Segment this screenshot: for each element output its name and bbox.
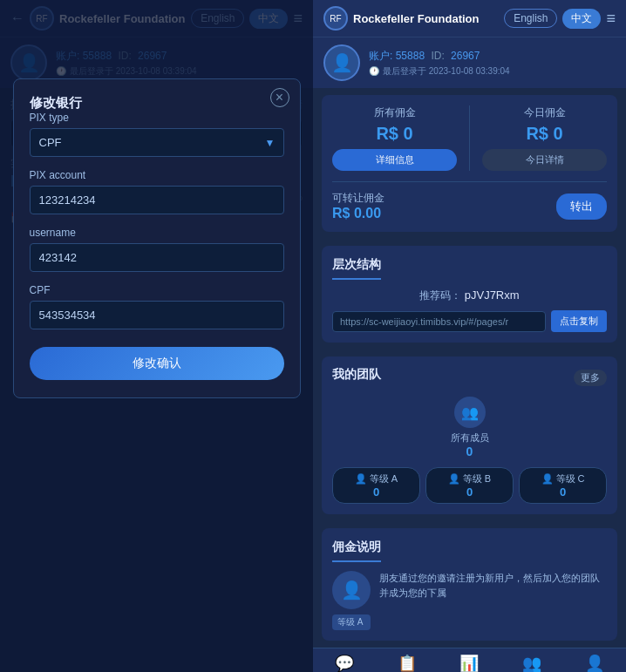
right-id-number: 26967 xyxy=(451,50,480,62)
transferable-label: 可转让佣金 xyxy=(332,191,384,206)
level-b-tab[interactable]: 👤 等级 B 0 xyxy=(425,467,514,504)
all-members-icon: 👥 xyxy=(454,397,486,428)
commission-desc-row: 👤 等级 A 朋友通过您的邀请注册为新用户，然后加入您的团队并成为您的下属 xyxy=(332,571,607,630)
referral-link-display: https://sc-weijiaoyi.timibbs.vip/#/pages… xyxy=(332,311,546,332)
team-title: 我的团队 xyxy=(332,367,381,388)
right-logo-text: RF xyxy=(330,14,341,24)
right-header-right: English 中文 ≡ xyxy=(504,9,616,29)
right-account-label: 账户: xyxy=(369,50,392,62)
records-icon: 📋 xyxy=(398,654,417,672)
username-label: username xyxy=(30,227,284,239)
level-c-label: 👤 等级 C xyxy=(523,472,602,485)
commission-divider xyxy=(469,105,470,171)
team-header: 我的团队 更多 xyxy=(332,367,607,388)
cpf-field: CPF xyxy=(30,284,284,329)
level-b-label: 👤 等级 B xyxy=(430,472,509,485)
transfer-out-btn[interactable]: 转出 xyxy=(556,193,607,220)
nav-item-trade[interactable]: 💬 交易 xyxy=(313,654,376,672)
all-commission-title: 所有佣金 xyxy=(332,105,457,120)
team-nav-icon: 👥 xyxy=(522,654,541,672)
nav-item-team[interactable]: 👥 我的团队 xyxy=(500,654,563,672)
right-avatar: 👤 xyxy=(323,44,360,81)
level-c-icon: 👤 xyxy=(541,473,554,485)
level-a-tab[interactable]: 👤 等级 A 0 xyxy=(332,467,420,504)
today-commission-title: 今日佣金 xyxy=(482,105,607,120)
referral-link-row: https://sc-weijiaoyi.timibbs.vip/#/pages… xyxy=(332,310,607,332)
right-clock-icon: 🕐 xyxy=(369,66,379,76)
right-user-details: 账户: 55888 ID: 26967 🕐 最后登录于 2023-10-08 0… xyxy=(369,49,510,78)
transferable-info: 可转让佣金 R$ 0.00 xyxy=(332,191,384,221)
level-tabs: 👤 等级 A 0 👤 等级 B 0 👤 等级 C 0 xyxy=(332,467,607,504)
transferable-value: R$ 0.00 xyxy=(332,206,384,221)
right-header-left: RF Rockefeller Foundation xyxy=(323,6,479,31)
today-commission-box: 今日佣金 R$ 0 今日详情 xyxy=(482,105,607,171)
nav-item-mine[interactable]: 👤 我的 xyxy=(563,654,626,672)
level-b-icon: 👤 xyxy=(448,473,460,485)
commission-desc-text: 朋友通过您的邀请注册为新用户，然后加入您的团队并成为您的下属 xyxy=(379,571,607,600)
nav-item-records[interactable]: 📋 记录 xyxy=(376,654,439,672)
pix-account-field: PIX account xyxy=(30,169,284,214)
right-menu-icon[interactable]: ≡ xyxy=(606,10,616,28)
modal-overlay: 修改银行 × PIX type CPF CNPJ EMAIL PHONE ▼ P… xyxy=(0,0,313,672)
right-brand-name: Rockefeller Foundation xyxy=(353,12,479,25)
modal-close-button[interactable]: × xyxy=(270,88,289,107)
all-members-label: 所有成员 xyxy=(332,431,607,445)
pix-type-select-wrapper: CPF CNPJ EMAIL PHONE ▼ xyxy=(30,128,284,157)
referral-row: 推荐码： pJVJ7Rxm xyxy=(332,288,607,303)
username-input[interactable] xyxy=(30,243,284,272)
pix-type-field: PIX type CPF CNPJ EMAIL PHONE ▼ xyxy=(30,112,284,157)
pix-type-label: PIX type xyxy=(30,112,284,124)
all-commission-box: 所有佣金 R$ 0 详细信息 xyxy=(332,105,457,171)
right-panel: RF Rockefeller Foundation English 中文 ≡ 👤… xyxy=(313,0,626,672)
cpf-label: CPF xyxy=(30,284,284,296)
desc-icon-wrapper: 👤 等级 A xyxy=(332,571,371,630)
right-header: RF Rockefeller Foundation English 中文 ≡ xyxy=(313,0,626,37)
mine-icon: 👤 xyxy=(585,654,604,672)
all-commission-value: R$ 0 xyxy=(332,124,457,144)
level-a-icon: 👤 xyxy=(355,473,367,485)
right-user-info: 👤 账户: 55888 ID: 26967 🕐 最后登录于 2023-10-08… xyxy=(313,37,626,88)
today-commission-btn[interactable]: 今日详情 xyxy=(482,149,607,171)
all-members-section: 👥 所有成员 0 xyxy=(332,397,607,458)
right-last-login: 最后登录于 2023-10-08 03:39:04 xyxy=(383,65,510,78)
referral-code: pJVJ7Rxm xyxy=(465,288,520,302)
level-b-count: 0 xyxy=(430,485,509,499)
all-members-count: 0 xyxy=(332,445,607,458)
right-id-label: ID: xyxy=(431,50,444,62)
confirm-button[interactable]: 修改确认 xyxy=(30,347,284,380)
referral-label: 推荐码： xyxy=(419,289,461,302)
transferable-row: 可转让佣金 R$ 0.00 转出 xyxy=(332,181,607,221)
commission-row: 所有佣金 R$ 0 详细信息 今日佣金 R$ 0 今日详情 xyxy=(332,105,607,171)
right-account-number: 55888 xyxy=(396,50,425,62)
trade-icon: 💬 xyxy=(335,654,354,672)
right-user-account: 账户: 55888 ID: 26967 xyxy=(369,49,510,64)
right-logo: RF xyxy=(323,6,348,31)
hierarchy-card: 层次结构 推荐码： pJVJ7Rxm https://sc-weijiaoyi.… xyxy=(322,246,617,343)
profit-icon: 📊 xyxy=(459,654,479,672)
hierarchy-title: 层次结构 xyxy=(332,257,381,280)
commission-desc-title: 佣金说明 xyxy=(332,540,381,562)
level-badge: 等级 A xyxy=(332,614,371,630)
right-lang-chinese-btn[interactable]: 中文 xyxy=(562,9,601,29)
copy-link-btn[interactable]: 点击复制 xyxy=(551,310,607,332)
level-c-count: 0 xyxy=(523,485,602,499)
today-commission-value: R$ 0 xyxy=(482,124,607,144)
all-commission-btn[interactable]: 详细信息 xyxy=(332,149,457,171)
commission-card: 所有佣金 R$ 0 详细信息 今日佣金 R$ 0 今日详情 可转让佣金 R$ 0… xyxy=(322,95,617,232)
pix-type-select[interactable]: CPF CNPJ EMAIL PHONE xyxy=(30,128,284,157)
bottom-nav: 💬 交易 📋 记录 📊 盈利 👥 我的团队 👤 我的 xyxy=(313,648,626,672)
desc-user-icon: 👤 xyxy=(332,571,371,609)
username-field: username xyxy=(30,227,284,272)
nav-item-profit[interactable]: 📊 盈利 xyxy=(439,654,501,672)
pix-account-input[interactable] xyxy=(30,186,284,214)
right-lang-english-btn[interactable]: English xyxy=(504,9,557,28)
pix-account-label: PIX account xyxy=(30,169,284,181)
cpf-input[interactable] xyxy=(30,301,284,329)
level-a-count: 0 xyxy=(337,485,416,499)
level-c-tab[interactable]: 👤 等级 C 0 xyxy=(519,467,607,504)
left-panel: ← RF Rockefeller Foundation English 中文 ≡… xyxy=(0,0,313,672)
team-card: 我的团队 更多 👥 所有成员 0 👤 等级 A 0 👤 等级 B 0 xyxy=(322,356,617,514)
right-login-time: 🕐 最后登录于 2023-10-08 03:39:04 xyxy=(369,65,510,78)
team-more-btn[interactable]: 更多 xyxy=(574,370,607,386)
commission-desc-card: 佣金说明 👤 等级 A 朋友通过您的邀请注册为新用户，然后加入您的团队并成为您的… xyxy=(322,528,617,641)
